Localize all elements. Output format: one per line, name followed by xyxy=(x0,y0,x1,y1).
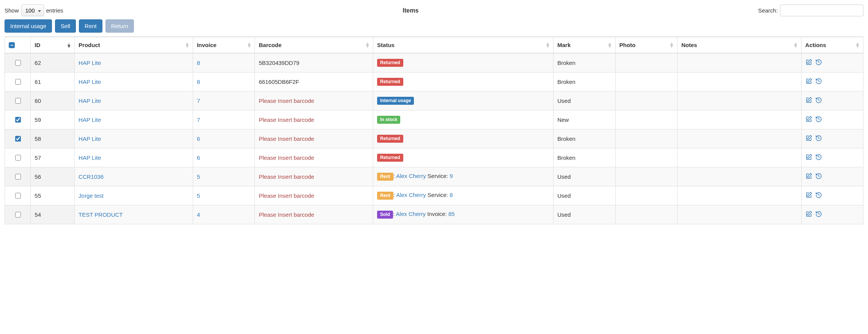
reference-link[interactable]: 8 xyxy=(450,192,453,198)
history-icon[interactable] xyxy=(815,173,822,181)
status-extra: : Alex Cherry Service: 9 xyxy=(393,173,453,179)
col-invoice[interactable]: Invoice xyxy=(193,37,255,53)
status-badge: Rent xyxy=(377,192,393,199)
invoice-link[interactable]: 5 xyxy=(197,173,200,180)
col-product[interactable]: Product xyxy=(75,37,193,53)
barcode-missing: Please Insert barcode xyxy=(259,98,314,104)
history-icon[interactable] xyxy=(815,192,822,200)
row-actions xyxy=(801,167,863,186)
row-checkbox[interactable] xyxy=(15,60,21,66)
length-select[interactable]: 100 xyxy=(21,5,44,16)
row-checkbox[interactable] xyxy=(15,212,21,217)
status-badge: Returned xyxy=(377,59,403,66)
select-all-header[interactable] xyxy=(5,37,31,53)
col-notes[interactable]: Notes xyxy=(677,37,801,53)
edit-icon[interactable] xyxy=(805,154,812,162)
edit-icon[interactable] xyxy=(805,135,812,143)
col-photo[interactable]: Photo xyxy=(615,37,677,53)
row-invoice: 5 xyxy=(193,167,255,186)
edit-icon[interactable] xyxy=(805,59,812,67)
history-icon[interactable] xyxy=(815,211,822,219)
invoice-link[interactable]: 8 xyxy=(197,60,200,66)
history-icon[interactable] xyxy=(815,116,822,124)
invoice-link[interactable]: 7 xyxy=(197,98,200,104)
rent-button[interactable]: Rent xyxy=(79,19,102,33)
row-checkbox[interactable] xyxy=(15,136,21,142)
invoice-link[interactable]: 5 xyxy=(197,192,200,199)
row-barcode: Please Insert barcode xyxy=(255,129,373,148)
table-row: 59HAP Lite7Please Insert barcodeIn stock… xyxy=(5,110,863,129)
col-barcode[interactable]: Barcode xyxy=(255,37,373,53)
row-status: Sold: Alex Cherry Invoice: 85 xyxy=(373,205,554,224)
row-checkbox[interactable] xyxy=(15,117,21,123)
invoice-link[interactable]: 8 xyxy=(197,79,200,85)
row-mark: Used xyxy=(554,91,615,110)
edit-icon[interactable] xyxy=(805,116,812,124)
product-link[interactable]: Jorge test xyxy=(79,192,104,199)
row-checkbox[interactable] xyxy=(15,98,21,104)
row-product: HAP Lite xyxy=(75,129,193,148)
history-icon[interactable] xyxy=(815,97,822,105)
customer-link[interactable]: Alex Cherry xyxy=(396,192,426,198)
product-link[interactable]: HAP Lite xyxy=(79,117,101,123)
status-badge: Returned xyxy=(377,154,403,161)
row-checkbox[interactable] xyxy=(15,79,21,85)
row-mark: New xyxy=(554,110,615,129)
col-mark[interactable]: Mark xyxy=(554,37,615,53)
row-checkbox[interactable] xyxy=(15,193,21,199)
search-input[interactable] xyxy=(780,5,863,16)
edit-icon[interactable] xyxy=(805,211,812,219)
invoice-link[interactable]: 6 xyxy=(197,135,200,142)
product-link[interactable]: HAP Lite xyxy=(79,98,101,104)
status-badge: In stock xyxy=(377,116,400,123)
history-icon[interactable] xyxy=(815,135,822,143)
sell-button[interactable]: Sell xyxy=(55,19,76,33)
table-row: 58HAP Lite6Please Insert barcodeReturned… xyxy=(5,129,863,148)
product-link[interactable]: TEST PRODUCT xyxy=(79,211,123,218)
reference-link[interactable]: 9 xyxy=(450,173,453,179)
col-id[interactable]: ID xyxy=(31,37,75,53)
col-status[interactable]: Status xyxy=(373,37,554,53)
invoice-link[interactable]: 4 xyxy=(197,211,200,218)
edit-icon[interactable] xyxy=(805,78,812,86)
history-icon[interactable] xyxy=(815,59,822,67)
product-link[interactable]: HAP Lite xyxy=(79,154,101,161)
table-row: 54TEST PRODUCT4Please Insert barcodeSold… xyxy=(5,205,863,224)
row-status: Internal usage xyxy=(373,91,554,110)
table-row: 57HAP Lite6Please Insert barcodeReturned… xyxy=(5,148,863,167)
history-icon[interactable] xyxy=(815,154,822,162)
reference-link[interactable]: 85 xyxy=(448,211,455,217)
customer-link[interactable]: Alex Cherry xyxy=(396,211,426,217)
row-invoice: 8 xyxy=(193,53,255,72)
row-barcode: 5B320439DD79 xyxy=(255,53,373,72)
invoice-link[interactable]: 7 xyxy=(197,117,200,123)
col-actions[interactable]: Actions xyxy=(801,37,863,53)
row-select-cell xyxy=(5,110,31,129)
row-invoice: 6 xyxy=(193,129,255,148)
indeterminate-checkbox-icon[interactable] xyxy=(9,42,15,48)
row-barcode: 661605DB6F2F xyxy=(255,72,373,91)
product-link[interactable]: HAP Lite xyxy=(79,60,101,66)
edit-icon[interactable] xyxy=(805,97,812,105)
product-link[interactable]: HAP Lite xyxy=(79,79,101,85)
edit-icon[interactable] xyxy=(805,192,812,200)
customer-link[interactable]: Alex Cherry xyxy=(396,173,426,179)
row-notes xyxy=(677,148,801,167)
history-icon[interactable] xyxy=(815,78,822,86)
row-checkbox[interactable] xyxy=(15,155,21,161)
table-row: 56CCR10365Please Insert barcodeRent: Ale… xyxy=(5,167,863,186)
row-notes xyxy=(677,91,801,110)
row-checkbox[interactable] xyxy=(15,174,21,180)
sort-icon xyxy=(365,42,370,48)
edit-icon[interactable] xyxy=(805,173,812,181)
row-invoice: 8 xyxy=(193,72,255,91)
row-barcode: Please Insert barcode xyxy=(255,186,373,205)
return-button[interactable]: Return xyxy=(105,19,134,33)
internal-usage-button[interactable]: Internal usage xyxy=(5,19,52,33)
row-photo xyxy=(615,53,677,72)
invoice-link[interactable]: 6 xyxy=(197,154,200,161)
row-photo xyxy=(615,205,677,224)
product-link[interactable]: CCR1036 xyxy=(79,173,104,180)
row-mark: Used xyxy=(554,167,615,186)
product-link[interactable]: HAP Lite xyxy=(79,135,101,142)
